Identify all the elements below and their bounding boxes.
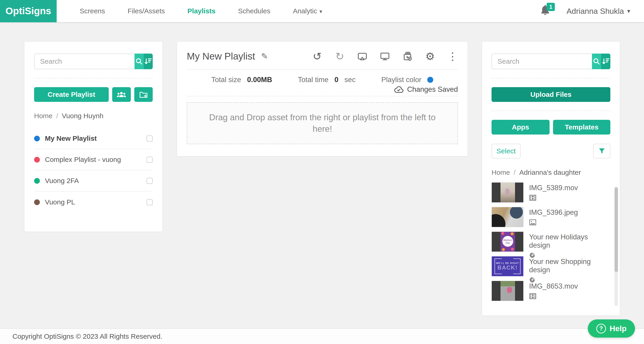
asset-sort-button[interactable] xyxy=(601,54,610,69)
playlist-color-dot xyxy=(34,136,40,141)
folder-plus-icon xyxy=(139,90,148,99)
nav-item-playlists[interactable]: Playlists xyxy=(188,7,216,15)
kebab-menu-icon[interactable]: ⋮ xyxy=(447,51,458,62)
sort-amount-down-icon xyxy=(144,57,152,65)
notifications-button[interactable]: 1 xyxy=(540,4,552,18)
select-filter-row: Select xyxy=(492,144,610,159)
playlist-color-dot xyxy=(34,157,40,163)
nav-item-schedules[interactable]: Schedules xyxy=(238,7,270,15)
dropzone-hint: Drag and Drop asset from the right or pl… xyxy=(200,112,444,135)
breadcrumb: Home / Adrianna's daughter xyxy=(492,169,610,176)
divider xyxy=(34,78,153,78)
chevron-down-icon: ▾ xyxy=(627,7,630,15)
brand-logo[interactable]: OptiSigns xyxy=(0,0,57,22)
playlist-checkbox[interactable] xyxy=(146,199,153,205)
total-time-label: Total time xyxy=(298,76,328,84)
playlist-row[interactable]: Vuong PL xyxy=(34,191,153,213)
playlist-row[interactable]: Vuong 2FA xyxy=(34,171,153,191)
playlist-search-row xyxy=(34,54,153,69)
push-to-screen-icon[interactable] xyxy=(380,51,390,62)
film-icon xyxy=(529,194,578,201)
playlist-name: Vuong 2FA xyxy=(45,177,79,185)
playlist-row[interactable]: My New Playlist xyxy=(34,128,153,149)
asset-search-button[interactable] xyxy=(592,54,601,69)
asset-row[interactable]: WE'LL BE RIGHT BACK! Your new Shopping d… xyxy=(492,256,610,281)
preview-airplay-icon[interactable] xyxy=(357,51,368,62)
filter-button[interactable] xyxy=(593,144,610,159)
asset-row[interactable]: IMG_8653.mov xyxy=(492,281,610,305)
image-icon xyxy=(529,219,578,226)
breadcrumb-home[interactable]: Home xyxy=(34,112,52,120)
playlist-title: My New Playlist xyxy=(187,51,255,62)
redo-icon[interactable]: ↻ xyxy=(334,51,345,62)
playlist-checkbox[interactable] xyxy=(146,157,153,163)
breadcrumb: Home / Vuong Huynh xyxy=(34,112,153,120)
copyright-text: Copyright OptiSigns © 2023 All Rights Re… xyxy=(12,333,162,340)
sort-amount-down-icon xyxy=(602,57,610,65)
save-status: Changes Saved xyxy=(187,85,458,94)
breadcrumb-current: Vuong Huynh xyxy=(62,112,104,120)
user-menu[interactable]: Adrianna Shukla ▾ xyxy=(566,7,630,16)
divider xyxy=(492,78,610,78)
asset-list-scrollbar-thumb[interactable] xyxy=(614,187,618,272)
asset-row[interactable]: IMG_5389.mov xyxy=(492,182,610,207)
asset-row[interactable]: Mothers Day Your new Holidays design xyxy=(492,232,610,256)
chevron-down-icon: ▾ xyxy=(320,8,322,14)
breadcrumb-home[interactable]: Home xyxy=(492,169,510,176)
new-folder-button[interactable] xyxy=(134,87,153,102)
playlist-editor-panel: My New Playlist ✎ ↺ ↻ ⚙ ⋮ Total size xyxy=(177,41,468,156)
total-size-label: Total size xyxy=(212,76,241,84)
total-time-value: 0 xyxy=(334,76,338,84)
create-playlist-button[interactable]: Create Playlist xyxy=(34,87,109,102)
settings-gear-icon[interactable]: ⚙ xyxy=(425,51,435,62)
edit-title-icon[interactable]: ✎ xyxy=(261,51,268,61)
total-size-value: 0.00MB xyxy=(247,76,272,84)
add-to-schedule-icon[interactable] xyxy=(402,51,413,62)
nav-right: 1 Adrianna Shukla ▾ xyxy=(540,4,644,18)
asset-name: IMG_5389.mov xyxy=(529,184,578,192)
undo-icon[interactable]: ↺ xyxy=(312,51,322,62)
asset-list-scrollbar-track[interactable] xyxy=(614,186,618,306)
playlist-list: My New Playlist Complex Playlist - vuong… xyxy=(34,128,153,213)
apps-button[interactable]: Apps xyxy=(492,120,550,135)
help-button[interactable]: ? Help xyxy=(588,319,635,338)
thumbnail-caption-bottom: BACK! xyxy=(498,264,518,271)
asset-row[interactable]: IMG_5396.jpeg xyxy=(492,207,610,232)
nav-item-files-assets[interactable]: Files/Assets xyxy=(128,7,165,15)
playlist-search-button[interactable] xyxy=(134,54,144,69)
editor-header: My New Playlist ✎ ↺ ↻ ⚙ ⋮ xyxy=(187,51,458,62)
nav-item-screens[interactable]: Screens xyxy=(80,7,105,15)
templates-button[interactable]: Templates xyxy=(553,120,610,135)
upload-files-button[interactable]: Upload Files xyxy=(492,87,610,102)
total-time-unit: sec xyxy=(344,76,356,84)
nav-item-analytic[interactable]: Analytic▾ xyxy=(293,7,322,15)
playlist-sort-button[interactable] xyxy=(144,54,153,69)
film-icon xyxy=(529,293,578,300)
playlist-color-picker[interactable] xyxy=(427,77,433,83)
select-button[interactable]: Select xyxy=(492,144,520,159)
nav-item-analytic-label: Analytic xyxy=(293,7,317,15)
asset-thumbnail-design: WE'LL BE RIGHT BACK! xyxy=(492,256,524,276)
playlist-checkbox[interactable] xyxy=(146,178,153,184)
asset-thumbnail-video xyxy=(492,281,524,301)
nav-links: Screens Files/Assets Playlists Schedules… xyxy=(80,7,322,15)
asset-name: IMG_5396.jpeg xyxy=(529,208,578,217)
question-mark-icon: ? xyxy=(596,324,606,334)
breadcrumb-separator: / xyxy=(514,169,516,176)
playlist-name: Complex Playlist - vuong xyxy=(45,156,121,164)
search-icon xyxy=(135,57,143,65)
asset-name: IMG_8653.mov xyxy=(529,282,578,290)
shared-playlists-button[interactable] xyxy=(112,87,131,102)
playlist-search-input[interactable] xyxy=(34,54,134,69)
asset-thumbnail-video xyxy=(492,182,524,203)
playlist-stats: Total size 0.00MB Total time 0 sec Playl… xyxy=(187,76,458,84)
help-label: Help xyxy=(610,324,627,333)
asset-search-input[interactable] xyxy=(492,54,592,69)
playlist-color-dot xyxy=(34,199,40,205)
filter-funnel-icon xyxy=(598,147,606,155)
playlist-checkbox[interactable] xyxy=(146,136,153,142)
asset-meta: IMG_5389.mov xyxy=(529,182,578,201)
asset-search-row xyxy=(492,54,610,69)
playlist-row[interactable]: Complex Playlist - vuong xyxy=(34,149,153,171)
playlist-dropzone[interactable]: Drag and Drop asset from the right or pl… xyxy=(187,102,458,144)
